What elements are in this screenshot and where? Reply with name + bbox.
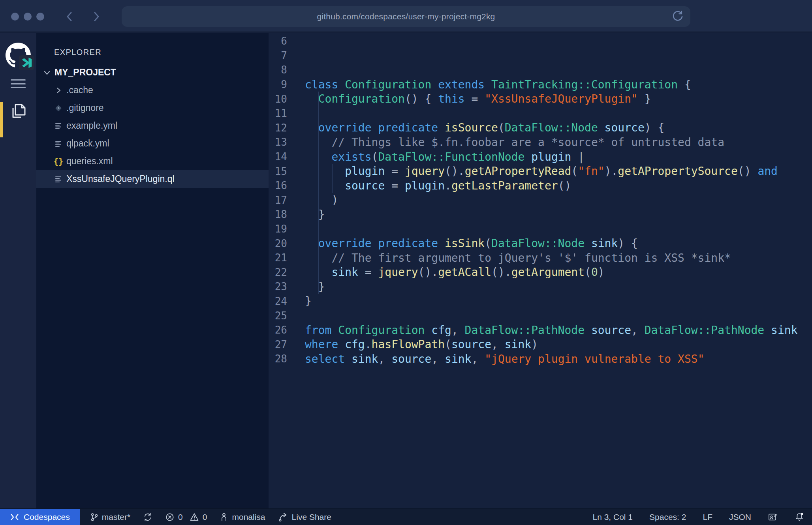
yaml-file-icon — [55, 140, 62, 148]
code-line[interactable]: 18 } — [269, 207, 812, 222]
tree-item-queries-xml[interactable]: {} queries.xml — [36, 152, 269, 170]
code-text: // The first argument to jQuery's '$' fu… — [287, 251, 731, 264]
code-line[interactable]: 26from Configuration cfg, DataFlow::Path… — [269, 323, 812, 338]
address-bar[interactable]: github.com/codespaces/user-my-project-mg… — [122, 6, 690, 27]
line-number: 6 — [269, 35, 287, 47]
code-line[interactable]: 9class Configuration extends TaintTracki… — [269, 77, 812, 92]
tree-item-cache[interactable]: .cache — [36, 81, 269, 99]
line-number: 20 — [269, 238, 287, 249]
line-number: 25 — [269, 310, 287, 322]
code-text: class Configuration extends TaintTrackin… — [287, 78, 691, 91]
notifications-button[interactable] — [795, 512, 804, 522]
code-line[interactable]: 13 // Things like $.fn.foobar are a *sou… — [269, 135, 812, 150]
forward-button[interactable] — [91, 11, 101, 22]
line-number: 7 — [269, 50, 287, 62]
back-button[interactable] — [65, 11, 75, 22]
code-text: Configuration() { this = "XssUnsafeJQuer… — [287, 92, 651, 105]
code-line[interactable]: 12 override predicate isSource(DataFlow:… — [269, 121, 812, 135]
code-text: override predicate isSource(DataFlow::No… — [287, 121, 664, 134]
language-mode-button[interactable]: JSON — [729, 512, 751, 522]
chevron-down-icon — [43, 68, 51, 77]
code-line[interactable]: 8 — [269, 63, 812, 77]
bell-icon — [795, 512, 804, 522]
code-line[interactable]: 17 ) — [269, 193, 812, 208]
code-line[interactable]: 23 } — [269, 279, 812, 294]
code-line[interactable]: 15 plugin = jquery().getAPropertyRead("f… — [269, 164, 812, 178]
line-number: 28 — [269, 353, 287, 365]
live-share-button[interactable]: Live Share — [278, 512, 331, 522]
git-file-icon — [55, 104, 62, 112]
line-number: 19 — [269, 223, 287, 235]
braces-file-icon: {} — [55, 158, 62, 165]
tree-root-my-project[interactable]: MY_PROJECT — [36, 64, 269, 81]
tree-item-gitignore[interactable]: .gitignore — [36, 99, 269, 117]
tree-item-label: queries.xml — [66, 156, 113, 167]
tree-item-label: XssUnsafeJQueryPlugin.ql — [66, 174, 175, 184]
ql-file-icon — [55, 175, 62, 183]
code-line[interactable]: 10 Configuration() { this = "XssUnsafeJQ… — [269, 92, 812, 106]
code-text: where cfg.hasFlowPath(source, sink) — [287, 338, 538, 351]
code-text: from Configuration cfg, DataFlow::PathNo… — [287, 324, 798, 337]
line-number: 12 — [269, 122, 287, 134]
feedback-icon — [768, 512, 778, 522]
chevron-right-icon — [55, 86, 62, 94]
user-label: monalisa — [232, 512, 265, 522]
window-minimize-button[interactable] — [24, 13, 32, 21]
code-line[interactable]: 27where cfg.hasFlowPath(source, sink) — [269, 337, 812, 352]
chevron-left-icon — [65, 11, 75, 22]
files-icon — [9, 101, 28, 120]
git-branch-button[interactable]: master* — [90, 512, 130, 522]
live-share-icon — [278, 512, 288, 522]
code-line[interactable]: 22 sink = jquery().getACall().getArgumen… — [269, 265, 812, 280]
problems-button[interactable]: 0 0 — [165, 512, 207, 522]
indentation-button[interactable]: Spaces: 2 — [649, 512, 686, 522]
main-area: EXPLORER MY_PROJECT .cache — [0, 33, 812, 508]
yaml-file-icon — [55, 122, 62, 130]
window-zoom-button[interactable] — [36, 13, 44, 21]
tree-item-qlpack-yml[interactable]: qlpack.yml — [36, 135, 269, 152]
refresh-icon — [671, 10, 684, 23]
tree-item-xss-unsafe-jquery-plugin[interactable]: XssUnsafeJQueryPlugin.ql — [36, 170, 269, 188]
code-line[interactable]: 11 — [269, 106, 812, 121]
line-number: 13 — [269, 136, 287, 148]
eol-button[interactable]: LF — [703, 512, 712, 522]
code-line[interactable]: 20 override predicate isSink(DataFlow::N… — [269, 236, 812, 251]
refresh-button[interactable] — [671, 10, 684, 23]
code-text: plugin = jquery().getAPropertyRead("fn")… — [287, 165, 778, 178]
line-number: 27 — [269, 339, 287, 351]
tree-item-example-yml[interactable]: example.yml — [36, 117, 269, 135]
window-close-button[interactable] — [11, 13, 19, 21]
user-status-button[interactable]: monalisa — [220, 512, 265, 522]
cursor-position-button[interactable]: Ln 3, Col 1 — [592, 512, 633, 522]
code-line[interactable]: 16 source = plugin.getLastParameter() — [269, 178, 812, 193]
code-lines: 6789class Configuration extends TaintTra… — [269, 34, 812, 366]
code-editor[interactable]: 6789class Configuration extends TaintTra… — [269, 33, 812, 508]
vscode-logo-icon — [19, 55, 34, 70]
code-line[interactable]: 6 — [269, 34, 812, 49]
menu-button[interactable] — [11, 79, 26, 88]
codespaces-status-button[interactable]: Codespaces — [0, 509, 80, 525]
tree-item-label: qlpack.yml — [66, 138, 109, 149]
feedback-button[interactable] — [768, 512, 778, 522]
line-number: 8 — [269, 64, 287, 76]
explorer-activity-button[interactable] — [9, 101, 28, 120]
code-text: select sink, source, sink, "jQuery plugi… — [287, 352, 705, 366]
code-line[interactable]: 25 — [269, 308, 812, 323]
line-number: 15 — [269, 165, 287, 177]
code-line[interactable]: 7 — [269, 49, 812, 63]
github-avatar[interactable] — [6, 43, 31, 68]
code-line[interactable]: 21 // The first argument to jQuery's '$'… — [269, 251, 812, 265]
sync-button[interactable] — [143, 512, 152, 522]
code-line[interactable]: 14 exists(DataFlow::FunctionNode plugin … — [269, 150, 812, 164]
error-icon — [165, 512, 175, 522]
code-line[interactable]: 24} — [269, 294, 812, 309]
line-number: 14 — [269, 151, 287, 163]
explorer-header: EXPLORER — [36, 33, 269, 58]
warning-count: 0 — [203, 512, 207, 522]
code-line[interactable]: 19 — [269, 222, 812, 236]
active-view-indicator — [0, 102, 3, 137]
line-number: 11 — [269, 107, 287, 119]
line-number: 9 — [269, 79, 287, 90]
code-line[interactable]: 28select sink, source, sink, "jQuery plu… — [269, 352, 812, 366]
code-text: } — [287, 208, 325, 221]
